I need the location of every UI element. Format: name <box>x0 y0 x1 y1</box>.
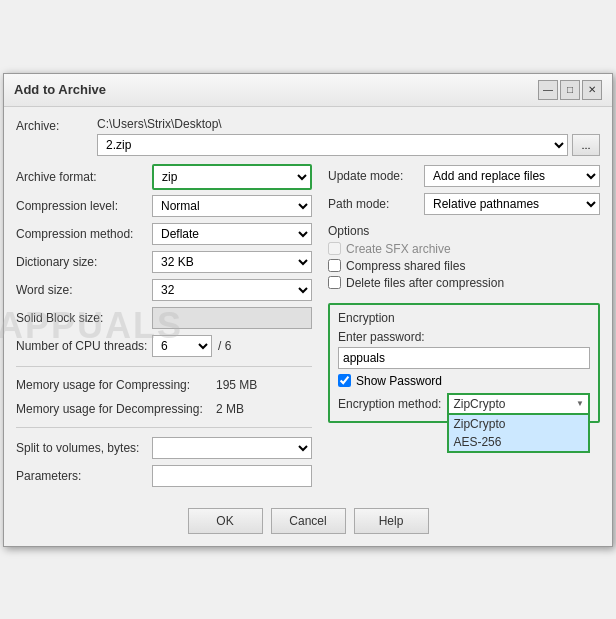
cpu-threads-label: Number of CPU threads: <box>16 339 146 353</box>
compress-shared-checkbox[interactable] <box>328 259 341 272</box>
dictionary-size-select[interactable]: 32 KB 8 KB 16 KB 64 KB <box>152 251 312 273</box>
encryption-method-menu: ZipCrypto AES-256 <box>447 415 590 453</box>
encryption-method-label: Encryption method: <box>338 397 441 411</box>
two-col-layout: APPUALS Archive format: zip 7z tar wim <box>16 164 600 488</box>
cancel-button[interactable]: Cancel <box>271 508 346 534</box>
dictionary-size-label: Dictionary size: <box>16 255 146 269</box>
cpu-threads-row: Number of CPU threads: 6 1 2 3 4 5 / 6 <box>16 334 312 358</box>
archive-row: Archive: C:\Users\Strix\Desktop\ 2.zip .… <box>16 117 600 156</box>
compression-level-select[interactable]: Normal Store Fastest Fast Maximum Ultra <box>152 195 312 217</box>
compress-shared-label: Compress shared files <box>346 259 465 273</box>
archive-path: C:\Users\Strix\Desktop\ <box>97 117 600 131</box>
options-title: Options <box>328 224 600 238</box>
password-input[interactable] <box>338 347 590 369</box>
aes256-option[interactable]: AES-256 <box>449 433 588 451</box>
update-mode-label: Update mode: <box>328 169 418 183</box>
help-button[interactable]: Help <box>354 508 429 534</box>
parameters-label: Parameters: <box>16 469 146 483</box>
encryption-method-selected: ZipCrypto <box>453 397 505 411</box>
left-column: APPUALS Archive format: zip 7z tar wim <box>16 164 312 488</box>
chevron-down-icon: ▼ <box>576 399 584 408</box>
dictionary-size-row: Dictionary size: 32 KB 8 KB 16 KB 64 KB <box>16 250 312 274</box>
archive-format-wrapper: zip 7z tar wim <box>152 164 312 190</box>
minimize-button[interactable]: — <box>538 80 558 100</box>
ok-button[interactable]: OK <box>188 508 263 534</box>
compress-shared-row: Compress shared files <box>328 259 600 273</box>
archive-filename-select[interactable]: 2.zip <box>97 134 568 156</box>
show-password-label: Show Password <box>356 374 442 388</box>
encryption-title: Encryption <box>338 311 590 325</box>
encryption-method-dropdown-wrapper: ZipCrypto ▼ ZipCrypto AES-256 <box>447 393 590 415</box>
title-bar-controls: — □ ✕ <box>538 80 602 100</box>
create-sfx-row: Create SFX archive <box>328 242 600 256</box>
split-volumes-row: Split to volumes, bytes: <box>16 436 312 460</box>
memory-compressing-label: Memory usage for Compressing: <box>16 378 216 392</box>
title-bar: Add to Archive — □ ✕ <box>4 74 612 107</box>
create-sfx-label: Create SFX archive <box>346 242 451 256</box>
word-size-label: Word size: <box>16 283 146 297</box>
path-mode-row: Path mode: Relative pathnames No pathnam… <box>328 192 600 216</box>
update-mode-row: Update mode: Add and replace files Add a… <box>328 164 600 188</box>
compression-method-row: Compression method: Deflate Deflate64 BZ… <box>16 222 312 246</box>
word-size-row: Word size: 32 16 64 128 <box>16 278 312 302</box>
dialog-title: Add to Archive <box>14 82 106 97</box>
delete-after-checkbox[interactable] <box>328 276 341 289</box>
dialog-body: Archive: C:\Users\Strix\Desktop\ 2.zip .… <box>4 107 612 498</box>
password-label: Enter password: <box>338 330 590 344</box>
compression-level-label: Compression level: <box>16 199 146 213</box>
parameters-row: Parameters: <box>16 464 312 488</box>
solid-block-label: Solid Block size: <box>16 311 146 325</box>
cpu-threads-select[interactable]: 6 1 2 3 4 5 <box>152 335 212 357</box>
encryption-section: Encryption Enter password: Show Password… <box>328 303 600 423</box>
compression-method-label: Compression method: <box>16 227 146 241</box>
solid-block-row: Solid Block size: <box>16 306 312 330</box>
archive-input-row: 2.zip ... <box>97 134 600 156</box>
options-section: Options Create SFX archive Compress shar… <box>328 224 600 293</box>
compression-method-select[interactable]: Deflate Deflate64 BZip2 LZMA <box>152 223 312 245</box>
archive-format-label: Archive format: <box>16 170 146 184</box>
show-password-checkbox[interactable] <box>338 374 351 387</box>
memory-compressing-row: Memory usage for Compressing: 195 MB <box>16 375 312 395</box>
split-volumes-select[interactable] <box>152 437 312 459</box>
archive-fields: C:\Users\Strix\Desktop\ 2.zip ... <box>97 117 600 156</box>
archive-format-row: Archive format: zip 7z tar wim <box>16 164 312 190</box>
delete-after-label: Delete files after compression <box>346 276 504 290</box>
memory-decompressing-label: Memory usage for Decompressing: <box>16 402 216 416</box>
memory-decompressing-value: 2 MB <box>216 402 244 416</box>
archive-format-select[interactable]: zip 7z tar wim <box>154 166 310 188</box>
split-volumes-label: Split to volumes, bytes: <box>16 441 146 455</box>
word-size-select[interactable]: 32 16 64 128 <box>152 279 312 301</box>
memory-compressing-value: 195 MB <box>216 378 257 392</box>
browse-button[interactable]: ... <box>572 134 600 156</box>
memory-decompressing-row: Memory usage for Decompressing: 2 MB <box>16 399 312 419</box>
archive-label: Archive: <box>16 117 91 133</box>
path-mode-label: Path mode: <box>328 197 418 211</box>
parameters-input[interactable] <box>152 465 312 487</box>
maximize-button[interactable]: □ <box>560 80 580 100</box>
solid-block-input[interactable] <box>152 307 312 329</box>
encryption-method-row: Encryption method: ZipCrypto ▼ ZipCrypto… <box>338 393 590 415</box>
encryption-method-btn[interactable]: ZipCrypto ▼ <box>447 393 590 415</box>
bottom-buttons: OK Cancel Help <box>4 498 612 546</box>
add-to-archive-dialog: Add to Archive — □ ✕ Archive: C:\Users\S… <box>3 73 613 547</box>
create-sfx-checkbox[interactable] <box>328 242 341 255</box>
show-password-row: Show Password <box>338 374 590 388</box>
close-button[interactable]: ✕ <box>582 80 602 100</box>
delete-after-row: Delete files after compression <box>328 276 600 290</box>
zipcrypto-option[interactable]: ZipCrypto <box>449 415 588 433</box>
cpu-total: / 6 <box>218 339 231 353</box>
update-mode-select[interactable]: Add and replace files Add and update fil… <box>424 165 600 187</box>
path-mode-select[interactable]: Relative pathnames No pathnames Full pat… <box>424 193 600 215</box>
right-column: Update mode: Add and replace files Add a… <box>328 164 600 488</box>
compression-level-row: Compression level: Normal Store Fastest … <box>16 194 312 218</box>
